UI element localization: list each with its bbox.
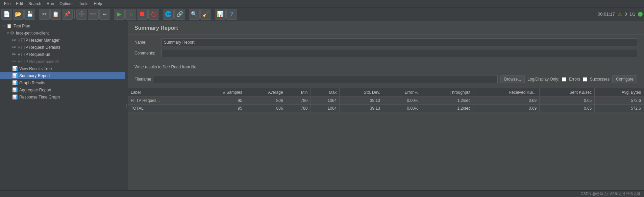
remove-button[interactable]: ➖: [88, 9, 99, 20]
row0-sent-kb: 0.65: [540, 97, 595, 105]
http-defaults-icon: ✂: [12, 45, 16, 50]
col-label: Label: [128, 88, 196, 97]
stop-now-button[interactable]: 🚫: [148, 9, 159, 20]
separator-4: [161, 9, 161, 19]
menu-run[interactable]: Run: [44, 1, 57, 7]
clear-button[interactable]: 🧹: [200, 9, 211, 20]
sidebar-label-http-header-manager: HTTP Header Manager: [18, 38, 60, 43]
template-button[interactable]: 📊: [215, 9, 226, 20]
sidebar-label-face-petition-client: face-petition-client: [16, 31, 49, 36]
sidebar-item-http-request-base64[interactable]: ✏ HTTP Request-base64: [0, 58, 125, 65]
menu-file[interactable]: File: [1, 1, 13, 7]
errors-label: Errors: [569, 77, 580, 82]
sidebar-label-view-results-tree: View Results Tree: [19, 66, 52, 71]
status-indicator: [638, 12, 643, 17]
cut-button[interactable]: ✂: [39, 9, 50, 20]
copy-button[interactable]: 📋: [50, 9, 61, 20]
http-header-icon: ✂: [12, 38, 16, 43]
undo-button[interactable]: ↩: [99, 9, 110, 20]
sidebar-label-aggregate-report: Aggregate Report: [19, 88, 51, 92]
main-area: ▷ 📋 Test Plan ∨ ⚙ face-petition-client ✂…: [0, 21, 644, 190]
row0-avg-bytes: 572.6: [595, 97, 644, 105]
col-received-kb: Received KB/...: [473, 88, 540, 97]
footer-watermark: CSDN @愚味之山绝望之谷开悟之坡: [581, 191, 641, 196]
menu-tools[interactable]: Tools: [76, 1, 91, 7]
table-header: Label # Samples Average Min Max Std. Dev…: [128, 88, 644, 97]
sidebar-label-http-request-base64: HTTP Request-base64: [18, 59, 59, 64]
stop-button[interactable]: ⏹: [137, 9, 148, 20]
col-average: Average: [245, 88, 286, 97]
row0-std-dev: 39.13: [340, 97, 383, 105]
remote-run2-button[interactable]: 🔗: [174, 9, 185, 20]
sidebar-item-summary-report[interactable]: 📊 Summary Report: [0, 72, 125, 79]
row1-sent-kb: 0.65: [540, 105, 595, 112]
sidebar-item-face-petition-client[interactable]: ∨ ⚙ face-petition-client: [0, 29, 125, 37]
col-samples: # Samples: [196, 88, 245, 97]
filename-row: Filename Browse... Log/Display Only: Err…: [128, 74, 644, 85]
save-button[interactable]: 💾: [24, 9, 35, 20]
play-from-start-button[interactable]: ▷: [125, 9, 136, 20]
write-results-label: Write results to file / Read from file: [128, 63, 644, 71]
row0-throughput: 1.2/sec: [421, 97, 473, 105]
remote-run-button[interactable]: 🌐: [163, 9, 174, 20]
toggle-test-plan: ▷: [3, 24, 5, 28]
row1-error-pct: 0.00%: [383, 105, 421, 112]
table-header-row: Label # Samples Average Min Max Std. Dev…: [128, 88, 644, 97]
sidebar-label-response-time-graph: Response Time Graph: [19, 95, 60, 100]
form-section: Name: Comments:: [128, 35, 644, 63]
name-label: Name:: [134, 40, 162, 45]
results-table: Label # Samples Average Min Max Std. Dev…: [128, 88, 644, 112]
http-request-url-icon: ✏: [12, 52, 16, 57]
menu-options[interactable]: Options: [57, 1, 76, 7]
new-button[interactable]: 📄: [1, 9, 12, 20]
sidebar-item-aggregate-report[interactable]: 📊 Aggregate Report: [0, 86, 125, 93]
table-row: TOTAL 95 806 780 1064 39.13 0.00% 1.2/se…: [128, 105, 644, 112]
col-error-pct: Error %: [383, 88, 421, 97]
test-plan-icon: 📋: [6, 23, 12, 28]
sidebar-item-graph-results[interactable]: 📊 Graph Results: [0, 79, 125, 86]
view-results-tree-icon: 📊: [12, 66, 18, 71]
menu-search[interactable]: Search: [26, 1, 44, 7]
errors-checkbox[interactable]: [562, 77, 566, 82]
paste-button[interactable]: 📌: [62, 9, 73, 20]
filename-input[interactable]: [154, 75, 498, 83]
warning-count: 0: [625, 12, 627, 17]
sidebar: ▷ 📋 Test Plan ∨ ⚙ face-petition-client ✂…: [0, 21, 125, 190]
comments-input[interactable]: [162, 49, 637, 57]
sidebar-item-http-header-manager[interactable]: ✂ HTTP Header Manager: [0, 37, 125, 44]
add-button[interactable]: ➕: [76, 9, 87, 20]
open-button[interactable]: 📂: [13, 9, 24, 20]
col-std-dev: Std. Dev.: [340, 88, 383, 97]
play-button[interactable]: ▶: [114, 9, 125, 20]
separator-5: [187, 9, 187, 19]
configure-button[interactable]: Configure: [612, 75, 637, 83]
row0-max: 1064: [311, 97, 340, 105]
table-body: HTTP Reques... 95 806 780 1064 39.13 0.0…: [128, 97, 644, 112]
sidebar-item-http-request-url[interactable]: ✏ HTTP Request-url: [0, 51, 125, 58]
search-button[interactable]: 🔍: [189, 9, 200, 20]
col-min: Min: [286, 88, 311, 97]
separator-1: [37, 9, 37, 19]
sidebar-item-test-plan[interactable]: ▷ 📋 Test Plan: [0, 22, 125, 29]
row1-avg-bytes: 572.6: [595, 105, 644, 112]
sidebar-label-summary-report: Summary Report: [19, 73, 50, 78]
name-input[interactable]: [162, 38, 637, 46]
sidebar-label-graph-results: Graph Results: [19, 81, 45, 85]
sidebar-item-http-request-defaults[interactable]: ✂ HTTP Request Defaults: [0, 44, 125, 51]
row1-label: TOTAL: [128, 105, 196, 112]
row0-min: 780: [286, 97, 311, 105]
sidebar-item-response-time-graph[interactable]: 📊 Response Time Graph: [0, 93, 125, 101]
help-button[interactable]: ?: [226, 9, 237, 20]
menu-edit[interactable]: Edit: [13, 1, 26, 7]
sidebar-label-http-request-defaults: HTTP Request Defaults: [18, 45, 60, 50]
row1-received-kb: 0.69: [473, 105, 540, 112]
resize-handle[interactable]: [125, 21, 128, 190]
menu-help[interactable]: Help: [91, 1, 105, 7]
sidebar-label-test-plan: Test Plan: [14, 24, 30, 28]
successes-checkbox[interactable]: [583, 77, 587, 82]
sidebar-item-view-results-tree[interactable]: 📊 View Results Tree: [0, 65, 125, 72]
browse-button[interactable]: Browse...: [500, 75, 525, 83]
toggle-face-petition-client: ∨: [7, 31, 9, 35]
separator-6: [213, 9, 213, 19]
row1-samples: 95: [196, 105, 245, 112]
